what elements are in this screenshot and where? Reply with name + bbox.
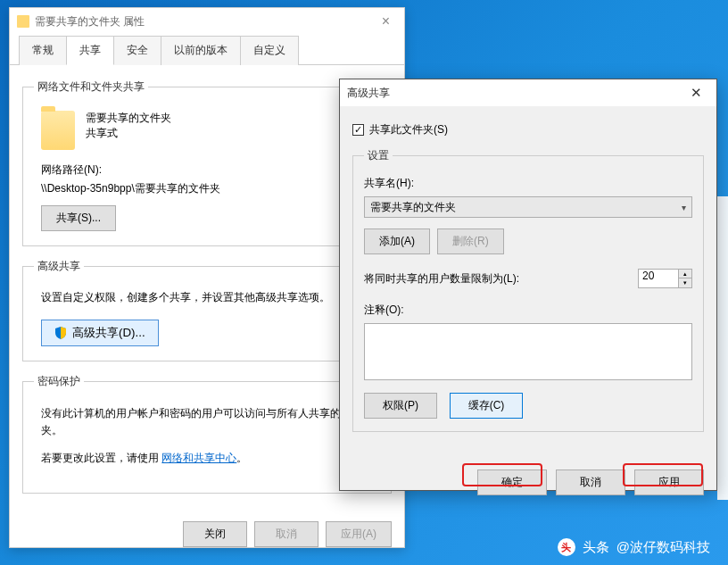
- share-name-label: 共享名(H):: [364, 176, 692, 191]
- toutiao-logo-icon: 头: [558, 538, 575, 556]
- advanced-share-button-label: 高级共享(D)...: [72, 325, 145, 341]
- properties-titlebar[interactable]: 需要共享的文件夹 属性 ×: [10, 8, 404, 35]
- adv-cancel-button[interactable]: 取消: [556, 469, 625, 495]
- close-button[interactable]: 关闭: [183, 521, 247, 547]
- share-name-select[interactable]: 需要共享的文件夹 ▾: [364, 196, 692, 218]
- comment-textarea[interactable]: [364, 323, 692, 380]
- settings-legend: 设置: [364, 148, 393, 163]
- advanced-share-desc: 设置自定义权限，创建多个共享，并设置其他高级共享选项。: [41, 290, 373, 305]
- tab-general[interactable]: 常规: [19, 36, 67, 65]
- advanced-share-group: 高级共享 设置自定义权限，创建多个共享，并设置其他高级共享选项。 高级共享(D)…: [22, 259, 392, 361]
- limit-label: 将同时共享的用户数量限制为(L):: [364, 271, 519, 287]
- chevron-down-icon: ▾: [682, 203, 686, 212]
- watermark-name: @波仔数码科技: [616, 539, 710, 556]
- password-change-text: 若要更改此设置，请使用 网络和共享中心。: [41, 450, 373, 467]
- network-path-label: 网络路径(N):: [41, 162, 380, 178]
- tab-sharing[interactable]: 共享: [66, 36, 114, 65]
- folder-icon-large: [41, 111, 75, 150]
- network-path-value: \\Desktop-35n9bpp\需要共享的文件夹: [41, 181, 380, 196]
- password-group: 密码保护 没有此计算机的用户帐户和密码的用户可以访问与所有人共享的文件夹。 若要…: [22, 374, 392, 494]
- share-state: 共享式: [86, 126, 171, 141]
- spinner-up-icon[interactable]: ▴: [679, 270, 691, 278]
- limit-spinner[interactable]: 20 ▴ ▾: [638, 269, 692, 288]
- spinner-down-icon[interactable]: ▾: [679, 278, 691, 287]
- watermark-prefix: 头条: [583, 539, 609, 556]
- tab-previous[interactable]: 以前的版本: [161, 36, 241, 65]
- password-change-prefix: 若要更改此设置，请使用: [41, 452, 159, 464]
- password-desc: 没有此计算机的用户帐户和密码的用户可以访问与所有人共享的文件夹。: [41, 405, 373, 439]
- adv-apply-button[interactable]: 应用: [634, 469, 704, 495]
- network-share-group: 网络文件和文件夹共享 需要共享的文件夹 共享式 网络路径(N): \\Deskt…: [22, 79, 392, 246]
- tab-security[interactable]: 安全: [113, 36, 161, 65]
- network-share-legend: 网络文件和文件夹共享: [34, 79, 148, 95]
- advanced-share-legend: 高级共享: [34, 259, 84, 274]
- password-legend: 密码保护: [34, 374, 84, 389]
- shield-icon: [54, 327, 67, 339]
- tab-bar: 常规 共享 安全 以前的版本 自定义: [10, 35, 404, 65]
- advanced-share-button[interactable]: 高级共享(D)...: [41, 320, 159, 346]
- share-folder-label: 共享此文件夹(S): [369, 122, 448, 137]
- properties-footer: 关闭 取消 应用(A): [183, 521, 392, 547]
- cache-button[interactable]: 缓存(C): [450, 393, 523, 419]
- cancel-button[interactable]: 取消: [254, 521, 318, 547]
- comment-label: 注释(O):: [364, 303, 692, 318]
- advanced-sharing-dialog: 高级共享 ✕ ✓ 共享此文件夹(S) 设置 共享名(H): 需要共享的文件夹 ▾…: [339, 79, 717, 491]
- network-center-link[interactable]: 网络和共享中心: [161, 452, 236, 464]
- apply-button[interactable]: 应用(A): [326, 521, 392, 547]
- share-button[interactable]: 共享(S)...: [41, 205, 116, 231]
- share-folder-checkbox[interactable]: ✓: [352, 124, 364, 136]
- folder-icon: [17, 15, 29, 28]
- ok-button[interactable]: 确定: [477, 469, 547, 495]
- advanced-window-title: 高级共享: [347, 86, 390, 101]
- tab-custom[interactable]: 自定义: [240, 36, 299, 65]
- watermark: 头 头条 @波仔数码科技: [558, 538, 710, 556]
- password-suffix: 。: [236, 452, 247, 464]
- remove-button[interactable]: 删除(R): [437, 228, 504, 254]
- share-name-value: 需要共享的文件夹: [370, 200, 456, 215]
- add-button[interactable]: 添加(A): [364, 228, 430, 254]
- permissions-button[interactable]: 权限(P): [364, 393, 437, 419]
- close-icon[interactable]: ×: [375, 13, 397, 29]
- window-title: 需要共享的文件夹 属性: [35, 14, 145, 29]
- advanced-footer: 确定 取消 应用: [340, 457, 716, 495]
- close-icon[interactable]: ✕: [683, 83, 709, 103]
- limit-value[interactable]: 20: [638, 269, 679, 288]
- folder-name: 需要共享的文件夹: [86, 111, 171, 126]
- settings-group: 设置 共享名(H): 需要共享的文件夹 ▾ 添加(A) 删除(R) 将同时共享的…: [352, 148, 704, 432]
- advanced-titlebar[interactable]: 高级共享 ✕: [340, 79, 716, 106]
